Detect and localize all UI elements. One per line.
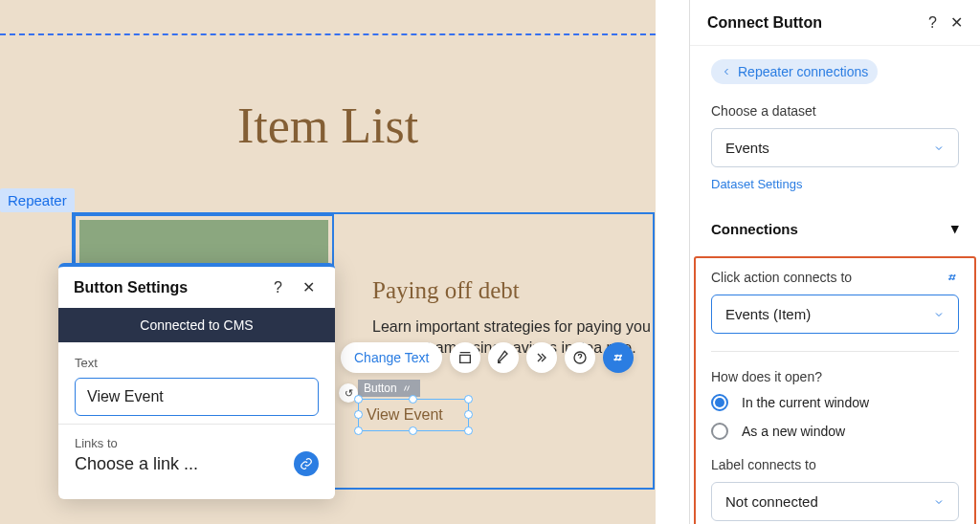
animation-icon[interactable]	[526, 342, 557, 373]
label-connects-select[interactable]: Not connected	[711, 482, 959, 521]
caret-down-icon: ▾	[951, 220, 959, 237]
radio-unselected-icon	[711, 423, 728, 440]
element-toolbar: Change Text	[341, 342, 634, 373]
help-icon[interactable]	[565, 342, 595, 373]
connect-panel: Connect Button ? ✕ Repeater connections …	[689, 0, 980, 524]
button-settings-title: Button Settings	[74, 279, 262, 296]
editor-canvas: Item List Repeater Paying off debt Learn…	[0, 0, 656, 524]
page-divider-dashed	[0, 33, 656, 35]
connections-header[interactable]: Connections ▾	[711, 220, 959, 237]
back-chip-label: Repeater connections	[738, 64, 868, 79]
close-icon[interactable]: ✕	[302, 278, 320, 296]
dataset-select[interactable]: Events	[711, 128, 959, 167]
button-text-input[interactable]	[75, 378, 319, 416]
cms-status-bar: Connected to CMS	[58, 308, 335, 342]
link-icon[interactable]	[294, 451, 319, 476]
links-to-label: Links to	[75, 436, 319, 450]
close-icon[interactable]: ✕	[950, 13, 963, 32]
connect-icon	[946, 271, 959, 284]
help-icon[interactable]: ?	[274, 279, 291, 296]
open-new-window-option[interactable]: As a new window	[711, 423, 959, 440]
label-connects-label: Label connects to	[711, 457, 959, 472]
click-action-label: Click action connects to	[711, 270, 852, 285]
links-to-value[interactable]: Choose a link ...	[75, 450, 319, 474]
design-icon[interactable]	[488, 342, 519, 373]
dataset-label: Choose a dataset	[711, 103, 959, 119]
layout-icon[interactable]	[450, 342, 480, 373]
label-connects-value: Not connected	[725, 493, 818, 510]
open-mode-label: How does it open?	[711, 369, 959, 384]
panel-title: Connect Button	[707, 14, 915, 32]
selected-element: ↺ Button View Event	[358, 380, 469, 431]
back-chip[interactable]: Repeater connections	[711, 59, 878, 84]
selected-button-text: View Event	[367, 406, 443, 424]
change-text-button[interactable]: Change Text	[341, 342, 442, 373]
selection-tag-label: Button	[364, 382, 397, 395]
help-icon[interactable]: ?	[928, 14, 937, 32]
page-heading: Item List	[1, 46, 655, 154]
radio-selected-icon	[711, 394, 728, 411]
click-action-value: Events (Item)	[725, 306, 811, 322]
dataset-value: Events	[725, 140, 769, 156]
text-field-label: Text	[75, 356, 319, 370]
dataset-settings-link[interactable]: Dataset Settings	[711, 177, 959, 191]
repeater-item-title[interactable]: Paying off debt	[372, 277, 520, 304]
button-settings-panel: Button Settings ? ✕ Connected to CMS Tex…	[58, 263, 335, 499]
open-current-window-option[interactable]: In the current window	[711, 394, 959, 411]
selected-button-element[interactable]: View Event	[358, 399, 469, 431]
connect-data-icon[interactable]	[603, 342, 634, 373]
click-action-select[interactable]: Events (Item)	[711, 295, 959, 334]
repeater-tag[interactable]: Repeater	[0, 188, 75, 212]
connection-highlight: Click action connects to Events (Item) H…	[694, 256, 976, 524]
